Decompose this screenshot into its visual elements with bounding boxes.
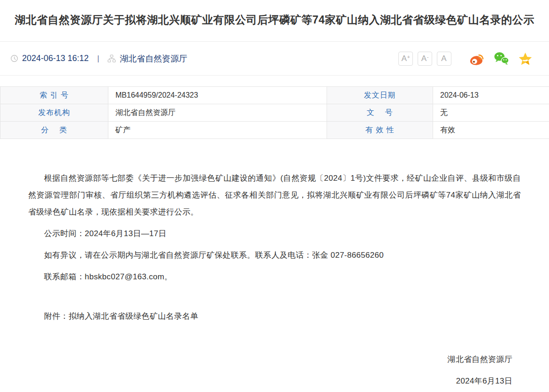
info-label-index-number: 索 引 号 [0,87,108,104]
meta-divider [0,75,549,76]
publish-time: 2024-06-13 16:12 [22,54,89,63]
org-sitemap-icon [107,54,116,63]
info-label-document-number: 文 号 [327,104,433,122]
qzone-icon[interactable] [518,52,533,66]
font-reset-button[interactable]: A [437,52,451,66]
meta-separator: | [97,54,99,63]
page-title: 湖北省自然资源厅关于拟将湖北兴顺矿业有限公司后坪磷矿等74家矿山纳入湖北省省级绿… [7,12,542,27]
info-value-document-number: 无 [433,104,549,122]
info-label-issue-date: 发文日期 [327,87,433,104]
info-label-category: 分 类 [0,122,108,139]
source-link[interactable]: 湖北省自然资源厅 [120,53,187,64]
article-paragraph-email: 联系邮箱：hbskbc027@163.com。 [28,269,521,285]
wechat-icon[interactable] [494,52,509,65]
signature-block: 湖北省自然资源厅 2024年6月13日 [28,351,521,390]
document-info-table: 索 引 号 MB1644959/2024-24323 发文日期 2024-06-… [0,86,549,139]
font-decrease-button[interactable]: A- [418,52,432,66]
meta-left: 2024-06-13 16:12 | 湖北省自然资源厅 [10,53,187,64]
announcement-page: 湖北省自然资源厅关于拟将湖北兴顺矿业有限公司后坪磷矿等74家矿山纳入湖北省省级绿… [0,0,549,390]
article-paragraph-contact: 如有异议，请在公示期内与湖北省自然资源厅矿保处联系。联系人及电话：张金 027-… [28,247,521,264]
info-value-category: 矿产 [108,122,327,139]
weibo-icon[interactable] [469,52,485,66]
font-increase-button[interactable]: A+ [398,52,413,66]
article-paragraph-publicity-period: 公示时间：2024年6月13日—17日 [28,225,521,242]
signature-date: 2024年6月13日 [28,373,512,390]
info-value-index-number: MB1644959/2024-24323 [108,87,327,104]
info-label-validity: 有 效 性 [327,122,433,139]
meta-right: A+ A- A [398,52,533,66]
clock-icon [10,54,18,62]
info-value-issuing-agency: 湖北省自然资源厅 [108,104,327,122]
info-value-validity: 有效 [433,122,549,139]
article-paragraph: 根据自然资源部等七部委《关于进一步加强绿色矿山建设的通知》(自然资规〔2024〕… [28,170,521,221]
info-value-issue-date: 2024-06-13 [433,87,549,104]
info-label-issuing-agency: 发布机构 [0,104,108,122]
meta-bar: 2024-06-13 16:12 | 湖北省自然资源厅 A+ A- A [0,42,549,75]
article-body: 根据自然资源部等七部委《关于进一步加强绿色矿山建设的通知》(自然资规〔2024〕… [0,139,549,390]
attachment-link[interactable]: 附件：拟纳入湖北省省级绿色矿山名录名单 [28,308,521,325]
signature-agency: 湖北省自然资源厅 [28,351,512,368]
